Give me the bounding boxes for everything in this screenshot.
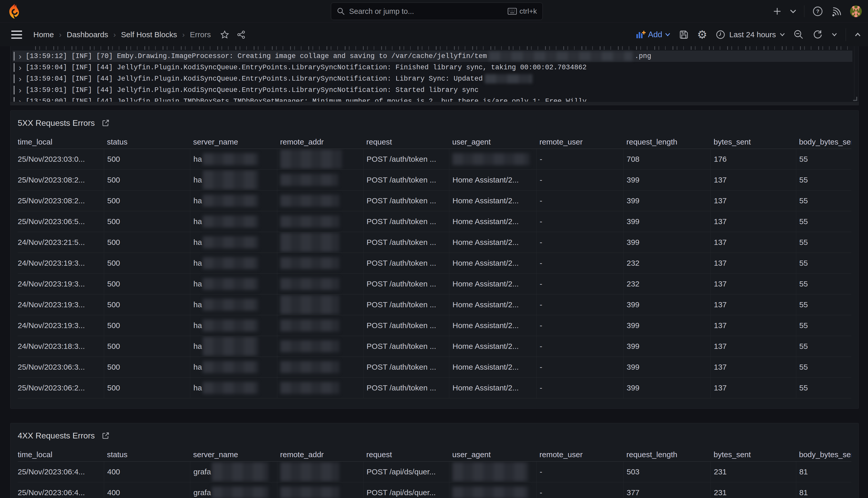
log-expand-icon[interactable]: › <box>19 97 22 102</box>
log-expand-icon[interactable]: › <box>19 52 22 61</box>
cell-remote_addr <box>277 336 363 356</box>
table-row: 24/Nov/2023:18:3...500haPOST /auth/token… <box>18 336 851 357</box>
cell-remote_addr <box>277 461 363 482</box>
col-header-remote_user[interactable]: remote_user <box>536 450 623 459</box>
errors-table: time_localstatusserver_nameremote_addrre… <box>18 135 851 398</box>
col-header-time_local[interactable]: time_local <box>18 450 104 459</box>
cell-remote_user: - <box>536 315 623 336</box>
cell-time_local: 24/Nov/2023:19:3... <box>18 315 104 336</box>
breadcrumb-errors[interactable]: Errors <box>190 30 211 39</box>
new-plus-button[interactable] <box>772 6 782 16</box>
col-header-user_agent[interactable]: user_agent <box>449 137 536 146</box>
log-expand-icon[interactable]: › <box>19 86 22 95</box>
log-expand-icon[interactable]: › <box>19 63 22 72</box>
vertical-scrollbar[interactable] <box>854 46 854 102</box>
col-header-remote_addr[interactable]: remote_addr <box>277 450 363 459</box>
cell-request: POST /auth/token ... <box>363 232 449 253</box>
add-panel-button[interactable]: Add <box>635 30 670 39</box>
zoom-out-time-icon[interactable] <box>794 29 804 40</box>
news-rss-icon[interactable] <box>831 6 842 17</box>
col-header-request_length[interactable]: request_length <box>623 450 710 459</box>
cell-server_name: ha <box>190 211 277 232</box>
help-icon[interactable]: ? <box>812 6 823 17</box>
col-header-body_bytes_sent[interactable]: body_bytes_sent <box>796 137 851 146</box>
breadcrumb-home[interactable]: Home <box>33 30 54 39</box>
add-panel-icon <box>635 30 646 39</box>
cell-body_bytes_sent: 55 <box>796 170 851 190</box>
col-header-status[interactable]: status <box>104 450 190 459</box>
cell-body_bytes_sent: 55 <box>796 357 851 377</box>
cell-status: 500 <box>104 357 190 377</box>
horizontal-scrollbar[interactable] <box>11 102 858 105</box>
cell-bytes_sent: 137 <box>710 191 796 211</box>
cell-remote_addr <box>277 294 363 315</box>
log-lines: ›[13:59:12] [INF] [70] Emby.Drawing.Imag… <box>13 46 852 102</box>
log-level-bar <box>14 52 15 61</box>
log-message: [13:59:00] [INF] [44] Jellyfin.Plugin.TM… <box>26 97 587 102</box>
col-header-status[interactable]: status <box>104 137 190 146</box>
col-header-user_agent[interactable]: user_agent <box>449 450 536 459</box>
table-row: 25/Nov/2023:06:4...400grafaPOST /api/ds/… <box>18 461 851 482</box>
panel-title[interactable]: 5XX Requests Errors <box>18 118 95 128</box>
mega-menu-icon[interactable] <box>11 30 22 39</box>
refresh-interval-chevron-down-icon[interactable] <box>831 32 838 37</box>
time-range-picker[interactable]: Last 24 hours <box>715 29 785 40</box>
new-menu-chevron-down-icon[interactable] <box>790 9 797 14</box>
table-header-row: time_localstatusserver_nameremote_addrre… <box>18 448 851 461</box>
cell-user_agent: Home Assistant/2... <box>449 274 536 294</box>
col-header-bytes_sent[interactable]: bytes_sent <box>710 450 796 459</box>
cell-body_bytes_sent: 55 <box>796 336 851 356</box>
favorite-star-icon[interactable] <box>220 30 229 39</box>
cell-remote_user: - <box>536 253 623 273</box>
save-dashboard-icon[interactable] <box>679 29 689 40</box>
panel-resize-handle[interactable] <box>853 97 857 101</box>
refresh-icon[interactable] <box>812 29 823 40</box>
cell-request: POST /auth/token ... <box>363 336 449 356</box>
panel-title[interactable]: 4XX Requests Errors <box>18 431 95 441</box>
col-header-time_local[interactable]: time_local <box>18 137 104 146</box>
col-header-server_name[interactable]: server_name <box>190 137 277 146</box>
redacted-value <box>212 487 268 498</box>
share-icon[interactable] <box>236 30 246 39</box>
cell-request: POST /auth/token ... <box>363 274 449 294</box>
cell-remote_user: - <box>536 232 623 253</box>
external-link-icon[interactable] <box>101 119 110 127</box>
search-input[interactable]: Search or jump to... ctrl+k <box>331 3 543 20</box>
redacted-value <box>203 195 258 207</box>
table-row: 25/Nov/2023:08:2...500haPOST /auth/token… <box>18 191 851 211</box>
time-range-label: Last 24 hours <box>729 30 776 39</box>
col-header-remote_addr[interactable]: remote_addr <box>277 137 363 146</box>
table-row: 25/Nov/2023:06:5...500haPOST /auth/token… <box>18 211 851 232</box>
breadcrumb-self-host-blocks[interactable]: Self Host Blocks <box>121 30 177 39</box>
cell-time_local: 25/Nov/2023:06:2... <box>18 378 104 398</box>
log-row: ›[13:59:01] [INF] [44] Jellyfin.Plugin.K… <box>13 84 852 96</box>
cell-request_length: 399 <box>623 357 710 377</box>
external-link-icon[interactable] <box>101 432 110 440</box>
log-row: ›[13:59:04] [INF] [44] Jellyfin.Plugin.K… <box>13 73 852 84</box>
breadcrumb-dashboards[interactable]: Dashboards <box>67 30 108 39</box>
time-range-chevron-down-icon <box>779 32 785 37</box>
table-row: 25/Nov/2023:06:4...400grafaPOST /api/ds/… <box>18 482 851 498</box>
log-expand-icon[interactable]: › <box>19 74 22 83</box>
cell-status: 500 <box>104 232 190 253</box>
shortcut-hint: ctrl+k <box>507 7 537 15</box>
cell-bytes_sent: 176 <box>710 149 796 169</box>
col-header-request[interactable]: request <box>363 137 449 146</box>
grafana-logo-icon[interactable] <box>7 4 22 19</box>
table-body: 25/Nov/2023:06:4...400grafaPOST /api/ds/… <box>18 461 851 498</box>
redacted-value <box>452 462 528 481</box>
user-avatar[interactable] <box>850 5 862 17</box>
col-header-request_length[interactable]: request_length <box>623 137 710 146</box>
table-row: 24/Nov/2023:19:3...500haPOST /auth/token… <box>18 253 851 274</box>
col-header-body_bytes_sent[interactable]: body_bytes_sent <box>796 450 851 459</box>
col-header-request[interactable]: request <box>363 450 449 459</box>
collapse-chevron-up-icon[interactable] <box>854 32 861 37</box>
col-header-server_name[interactable]: server_name <box>190 450 277 459</box>
panel-4xx-requests-errors: 4XX Requests Errors time_localstatusserv… <box>10 423 859 498</box>
dashboard-settings-gear-icon[interactable]: ⚙ <box>697 29 707 40</box>
breadcrumb-chevron-icon: › <box>113 30 116 39</box>
cell-remote_addr <box>277 274 363 294</box>
col-header-remote_user[interactable]: remote_user <box>536 137 623 146</box>
col-header-bytes_sent[interactable]: bytes_sent <box>710 137 796 146</box>
redacted-value <box>203 299 258 311</box>
